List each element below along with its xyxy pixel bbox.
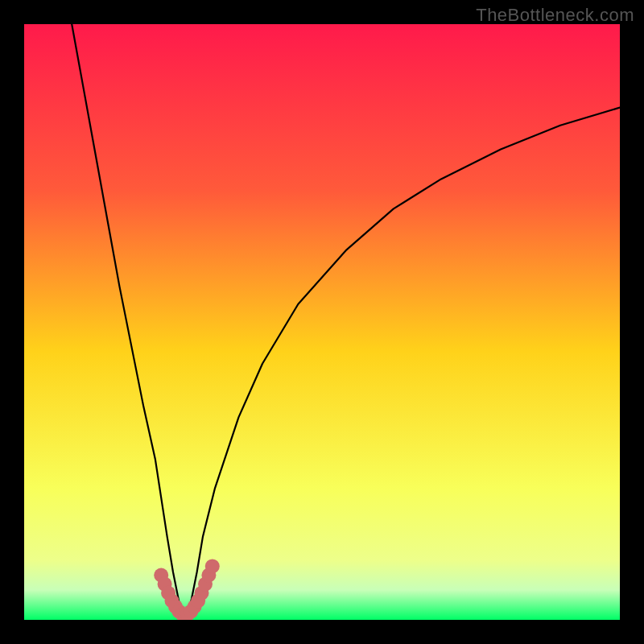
stage: TheBottleneck.com [0,0,644,644]
watermark-text: TheBottleneck.com [476,5,634,26]
heat-gradient [24,24,620,620]
plot-area [24,24,620,620]
bottleneck-chart [24,24,620,620]
notch-marker-dot [205,559,220,573]
